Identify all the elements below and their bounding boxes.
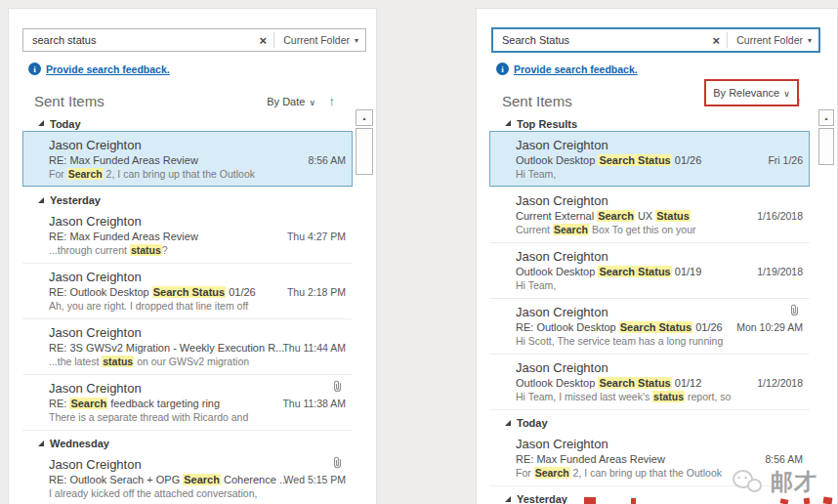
email-sender: Jason Creighton bbox=[516, 193, 803, 209]
search-term-highlight: Search Status bbox=[619, 321, 692, 333]
scrollbar-thumb[interactable] bbox=[356, 128, 373, 175]
cropped-red-text-fragment bbox=[584, 497, 596, 504]
group-collapse-triangle-icon bbox=[505, 496, 511, 502]
attachment-paperclip-icon bbox=[333, 456, 342, 469]
scrollbar-thumb[interactable] bbox=[818, 128, 834, 165]
email-preview: There is a separate thread with Ricardo … bbox=[49, 411, 346, 424]
group-label: Yesterday bbox=[517, 493, 567, 504]
info-icon: i bbox=[496, 63, 509, 75]
group-label: Top Results bbox=[517, 118, 577, 130]
email-timestamp: Thu 11:38 AM bbox=[282, 398, 346, 409]
email-list-item[interactable]: Jason CreightonRE: Search feedback targe… bbox=[22, 374, 353, 430]
email-subject: RE: Max Funded Areas Review bbox=[49, 153, 346, 167]
clear-search-icon[interactable]: × bbox=[705, 33, 727, 48]
group-header[interactable]: Top Results bbox=[489, 110, 810, 131]
search-term-highlight: Search Status bbox=[152, 286, 226, 298]
group-label: Today bbox=[50, 118, 81, 130]
search-term-highlight: Search Status bbox=[598, 266, 671, 277]
email-timestamp: 1/16/2018 bbox=[757, 210, 803, 222]
email-sender: Jason Creighton bbox=[49, 381, 346, 397]
email-timestamp: Fri 1/26 bbox=[768, 154, 803, 166]
group-collapse-triangle-icon bbox=[505, 120, 511, 126]
email-timestamp: 8:56 AM bbox=[308, 154, 346, 166]
email-list-item[interactable]: Jason CreightonRE: Outlook Desktop Searc… bbox=[489, 298, 810, 354]
email-sender: Jason Creighton bbox=[516, 249, 803, 265]
cropped-red-text-fragment bbox=[823, 496, 833, 504]
search-term-highlight: status bbox=[130, 244, 162, 256]
group-label: Yesterday bbox=[50, 194, 101, 206]
email-sender: Jason Creighton bbox=[49, 325, 346, 341]
search-box[interactable]: search status × Current Folder ▾ bbox=[22, 28, 366, 52]
group-header[interactable]: Today bbox=[22, 110, 353, 131]
cropped-red-text-fragment bbox=[804, 498, 811, 504]
group-header[interactable]: Today bbox=[489, 409, 810, 430]
clear-search-icon[interactable]: × bbox=[252, 33, 273, 48]
email-list-item[interactable]: Jason CreightonRE: Outlook Serach + OPG … bbox=[22, 450, 353, 504]
email-preview: Hi Team, I missed last week's status rep… bbox=[516, 391, 803, 403]
outlook-search-comparison: search status × Current Folder ▾ i Provi… bbox=[0, 0, 838, 504]
folder-title: Sent Items bbox=[34, 93, 105, 109]
email-list-item[interactable]: Jason CreightonCurrent External Search U… bbox=[489, 187, 810, 242]
email-timestamp: 1/12/2018 bbox=[757, 377, 803, 389]
chat-smiley-icon bbox=[733, 468, 766, 497]
email-list-item[interactable]: Jason CreightonOutlook Desktop Search St… bbox=[489, 242, 810, 298]
search-results-panel-by-date: search status × Current Folder ▾ i Provi… bbox=[8, 8, 377, 504]
chevron-down-icon[interactable]: ▾ bbox=[355, 36, 365, 45]
feedback-link[interactable]: Provide search feedback. bbox=[514, 63, 638, 75]
attachment-paperclip-icon bbox=[333, 380, 342, 393]
group-collapse-triangle-icon bbox=[38, 441, 44, 446]
email-subject: RE: Max Funded Areas Review bbox=[516, 452, 803, 466]
email-list-item[interactable]: Jason CreightonRE: Max Funded Areas Revi… bbox=[22, 207, 353, 263]
search-scope-dropdown[interactable]: Current Folder bbox=[728, 34, 808, 46]
feedback-link[interactable]: Provide search feedback. bbox=[46, 63, 170, 75]
watermark: 邮才 bbox=[733, 467, 817, 497]
attachment-paperclip-icon bbox=[790, 304, 799, 316]
email-sender: Jason Creighton bbox=[49, 270, 346, 285]
email-preview: ...the latest status on our GWSv2 migrat… bbox=[49, 356, 346, 368]
chevron-down-icon[interactable]: ▾ bbox=[808, 36, 818, 45]
email-preview: Ah, you are right. I dropped that line i… bbox=[49, 300, 346, 313]
email-preview: I already kicked off the attached conver… bbox=[49, 487, 346, 500]
red-highlight-box: By Relevance∨ bbox=[704, 79, 799, 106]
search-term-highlight: Search bbox=[183, 474, 221, 485]
email-list-item[interactable]: Jason CreightonRE: 3S GWSv2 Migration - … bbox=[22, 318, 353, 374]
scroll-up-button[interactable]: ▲ bbox=[818, 109, 834, 126]
email-list: Top ResultsJason CreightonOutlook Deskto… bbox=[489, 110, 810, 504]
email-sender: Jason Creighton bbox=[516, 138, 803, 153]
group-collapse-triangle-icon bbox=[38, 120, 44, 126]
email-timestamp: Thu 4:27 PM bbox=[287, 231, 346, 242]
sort-dropdown[interactable]: By Date∨ bbox=[267, 96, 315, 107]
scrollbar[interactable]: ▲ bbox=[818, 109, 834, 504]
scrollbar[interactable]: ▲ bbox=[356, 109, 373, 504]
email-list-item[interactable]: Jason CreightonOutlook Desktop Search St… bbox=[489, 131, 810, 187]
scroll-up-button[interactable]: ▲ bbox=[356, 109, 373, 126]
email-timestamp: Thu 11:44 AM bbox=[282, 342, 346, 354]
email-sender: Jason Creighton bbox=[49, 457, 346, 473]
sort-direction-button[interactable]: ↑ bbox=[329, 94, 336, 108]
group-collapse-triangle-icon bbox=[505, 420, 511, 426]
search-term-highlight: Status bbox=[655, 210, 691, 222]
search-box[interactable]: Search Status × Current Folder ▾ bbox=[491, 27, 820, 53]
list-header: Sent Items By Date∨ ↑ bbox=[34, 93, 366, 112]
search-term-highlight: status bbox=[102, 356, 134, 367]
group-header[interactable]: Wednesday bbox=[22, 430, 353, 450]
email-list-item[interactable]: Jason CreightonRE: Outlook Desktop Searc… bbox=[22, 263, 353, 318]
email-timestamp: 1/19/2018 bbox=[757, 266, 803, 277]
group-header[interactable]: Yesterday bbox=[22, 187, 353, 207]
search-scope-dropdown[interactable]: Current Folder bbox=[274, 34, 355, 46]
email-list: TodayJason CreightonRE: Max Funded Areas… bbox=[22, 110, 353, 504]
email-preview: Hi Scott, The service team has a long ru… bbox=[516, 335, 803, 348]
email-preview: For Search 2, I can bring up that the Ou… bbox=[49, 168, 346, 181]
search-input[interactable]: search status bbox=[23, 34, 252, 46]
email-list-item[interactable]: Jason CreightonOutlook Desktop Search St… bbox=[489, 354, 810, 409]
email-list-item[interactable]: Jason CreightonRE: Max Funded Areas Revi… bbox=[22, 131, 353, 187]
email-sender: Jason Creighton bbox=[516, 360, 803, 376]
email-sender: Jason Creighton bbox=[516, 437, 803, 452]
watermark-text: 邮才 bbox=[771, 467, 817, 497]
search-term-highlight: Search bbox=[534, 467, 570, 479]
sort-dropdown[interactable]: By Relevance∨ bbox=[713, 87, 789, 99]
search-input[interactable]: Search Status bbox=[493, 34, 705, 46]
feedback-row: i Provide search feedback. bbox=[496, 63, 638, 75]
email-sender: Jason Creighton bbox=[516, 305, 803, 320]
chevron-down-icon: ∨ bbox=[305, 98, 315, 107]
